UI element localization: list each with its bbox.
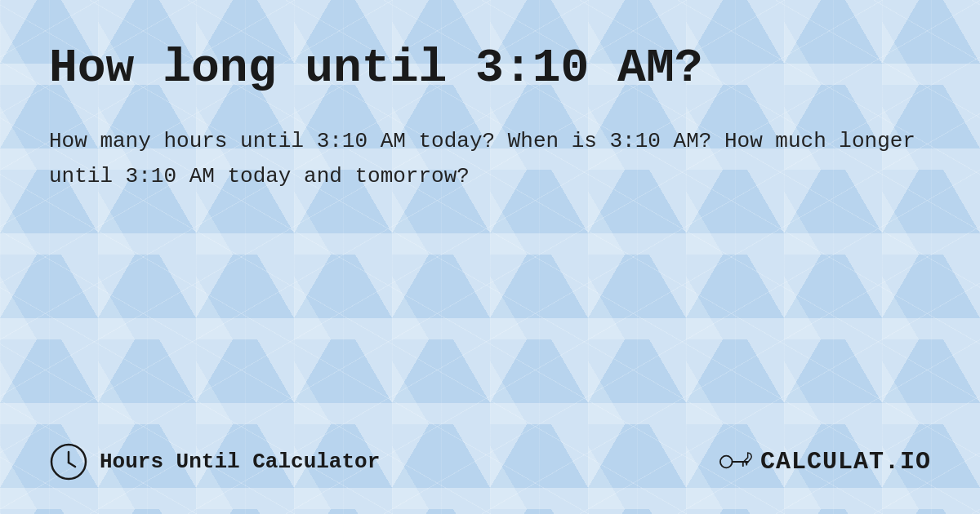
- footer-branding: Hours Until Calculator: [49, 442, 380, 481]
- page-footer: Hours Until Calculator CALCULAT.IO: [49, 442, 931, 481]
- svg-point-3: [720, 456, 733, 468]
- page-description: How many hours until 3:10 AM today? When…: [49, 124, 931, 194]
- page-title: How long until 3:10 AM?: [49, 42, 931, 95]
- footer-logo: CALCULAT.IO: [718, 444, 931, 480]
- clock-icon: [49, 442, 88, 481]
- page-content: How long until 3:10 AM? How many hours u…: [0, 0, 980, 514]
- footer-site-label: Hours Until Calculator: [100, 450, 380, 474]
- logo-text: CALCULAT.IO: [760, 448, 931, 476]
- top-section: How long until 3:10 AM? How many hours u…: [49, 42, 931, 194]
- logo-icon: [718, 444, 754, 480]
- svg-line-2: [69, 463, 75, 467]
